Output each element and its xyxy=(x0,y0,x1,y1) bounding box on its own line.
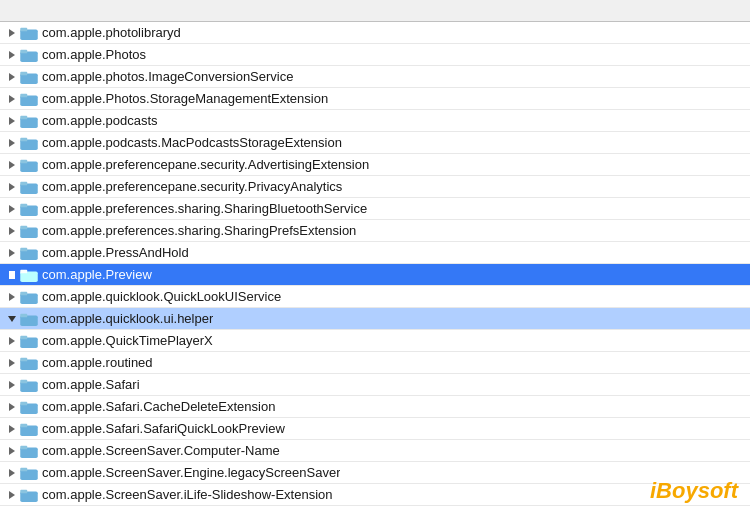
folder-icon xyxy=(20,378,38,392)
folder-icon xyxy=(20,444,38,458)
row-label: com.apple.ScreenSaver.Computer-Name xyxy=(42,443,280,458)
folder-icon xyxy=(20,290,38,304)
file-list-container: com.apple.photolibraryd com.apple.Photos… xyxy=(0,0,750,516)
chevron-icon xyxy=(4,377,20,393)
list-item[interactable]: com.apple.Preview xyxy=(0,264,750,286)
chevron-icon xyxy=(4,157,20,173)
svg-rect-37 xyxy=(20,423,27,427)
row-label: com.apple.routined xyxy=(42,355,153,370)
row-label: com.apple.photolibraryd xyxy=(42,25,181,40)
chevron-icon xyxy=(4,465,20,481)
row-label: com.apple.photos.ImageConversionService xyxy=(42,69,293,84)
list-item[interactable]: com.apple.podcasts xyxy=(0,110,750,132)
chevron-icon xyxy=(4,443,20,459)
list-item[interactable]: com.apple.preferences.sharing.SharingPre… xyxy=(0,220,750,242)
chevron-icon xyxy=(4,25,20,41)
svg-rect-1 xyxy=(20,27,27,31)
list-item[interactable]: com.apple.preferences.sharing.SharingBlu… xyxy=(0,198,750,220)
list-item[interactable]: com.apple.podcasts.MacPodcastsStorageExt… xyxy=(0,132,750,154)
row-label: com.apple.Safari xyxy=(42,377,140,392)
list-item[interactable]: com.apple.quicklook.ui.helper xyxy=(0,308,750,330)
list-item[interactable]: com.apple.ScreenSaver.iLife-Slideshow-Ex… xyxy=(0,484,750,506)
row-label: com.apple.preferencepane.security.Privac… xyxy=(42,179,342,194)
list-item[interactable]: com.apple.photolibraryd xyxy=(0,22,750,44)
row-label: com.apple.quicklook.QuickLookUIService xyxy=(42,289,281,304)
svg-rect-29 xyxy=(20,335,27,339)
folder-icon xyxy=(20,268,38,282)
row-label: com.apple.preferences.sharing.SharingBlu… xyxy=(42,201,367,216)
row-label: com.apple.preferencepane.security.Advert… xyxy=(42,157,369,172)
chevron-icon xyxy=(4,179,20,195)
chevron-icon xyxy=(4,311,20,327)
svg-rect-27 xyxy=(20,313,27,317)
folder-icon xyxy=(20,334,38,348)
row-label: com.apple.Safari.SafariQuickLookPreview xyxy=(42,421,285,436)
svg-rect-19 xyxy=(20,225,27,229)
folder-icon xyxy=(20,466,38,480)
svg-rect-21 xyxy=(20,247,27,251)
chevron-icon xyxy=(4,91,20,107)
svg-rect-15 xyxy=(20,181,27,185)
list-item[interactable]: com.apple.preferencepane.security.Advert… xyxy=(0,154,750,176)
chevron-icon xyxy=(4,289,20,305)
folder-icon xyxy=(20,202,38,216)
folder-icon xyxy=(20,158,38,172)
svg-rect-9 xyxy=(20,115,27,119)
folder-icon xyxy=(20,48,38,62)
chevron-icon xyxy=(4,201,20,217)
list-item[interactable]: com.apple.routined xyxy=(0,352,750,374)
row-label: com.apple.podcasts.MacPodcastsStorageExt… xyxy=(42,135,342,150)
list-item[interactable]: com.apple.preferencepane.security.Privac… xyxy=(0,176,750,198)
svg-rect-11 xyxy=(20,137,27,141)
folder-icon xyxy=(20,92,38,106)
svg-rect-23 xyxy=(20,269,27,273)
folder-icon xyxy=(20,114,38,128)
folder-icon xyxy=(20,312,38,326)
folder-icon xyxy=(20,356,38,370)
row-label: com.apple.Preview xyxy=(42,267,152,282)
row-label: com.apple.ScreenSaver.Engine.legacyScree… xyxy=(42,465,340,480)
chevron-icon xyxy=(4,245,20,261)
list-item[interactable]: com.apple.Safari.CacheDeleteExtension xyxy=(0,396,750,418)
table-header xyxy=(0,0,750,22)
list-item[interactable]: com.apple.PressAndHold xyxy=(0,242,750,264)
chevron-icon xyxy=(4,355,20,371)
svg-rect-33 xyxy=(20,379,27,383)
svg-rect-25 xyxy=(20,291,27,295)
list-item[interactable]: com.apple.QuickTimePlayerX xyxy=(0,330,750,352)
chevron-icon xyxy=(4,267,20,283)
folder-icon xyxy=(20,246,38,260)
chevron-icon xyxy=(4,223,20,239)
list-item[interactable]: com.apple.quicklook.QuickLookUIService xyxy=(0,286,750,308)
svg-rect-17 xyxy=(20,203,27,207)
svg-rect-31 xyxy=(20,357,27,361)
row-label: com.apple.podcasts xyxy=(42,113,158,128)
list-item[interactable]: com.apple.Safari xyxy=(0,374,750,396)
folder-icon xyxy=(20,422,38,436)
folder-icon xyxy=(20,70,38,84)
list-item[interactable]: com.apple.ScreenSaver.Engine.legacyScree… xyxy=(0,462,750,484)
list-item[interactable]: com.apple.Photos xyxy=(0,44,750,66)
row-label: com.apple.quicklook.ui.helper xyxy=(42,311,213,326)
chevron-icon xyxy=(4,135,20,151)
svg-rect-5 xyxy=(20,71,27,75)
rows-container: com.apple.photolibraryd com.apple.Photos… xyxy=(0,22,750,506)
row-label: com.apple.ScreenSaver.iLife-Slideshow-Ex… xyxy=(42,487,333,502)
list-item[interactable]: com.apple.photos.ImageConversionService xyxy=(0,66,750,88)
list-item[interactable]: com.apple.Safari.SafariQuickLookPreview xyxy=(0,418,750,440)
svg-rect-43 xyxy=(20,489,27,493)
chevron-icon xyxy=(4,421,20,437)
chevron-icon xyxy=(4,113,20,129)
row-label: com.apple.Photos xyxy=(42,47,146,62)
folder-icon xyxy=(20,488,38,502)
folder-icon xyxy=(20,224,38,238)
list-item[interactable]: com.apple.Photos.StorageManagementExtens… xyxy=(0,88,750,110)
row-label: com.apple.PressAndHold xyxy=(42,245,189,260)
row-label: com.apple.QuickTimePlayerX xyxy=(42,333,213,348)
svg-rect-39 xyxy=(20,445,27,449)
svg-rect-7 xyxy=(20,93,27,97)
folder-icon xyxy=(20,180,38,194)
chevron-icon xyxy=(4,487,20,503)
folder-icon xyxy=(20,136,38,150)
list-item[interactable]: com.apple.ScreenSaver.Computer-Name xyxy=(0,440,750,462)
